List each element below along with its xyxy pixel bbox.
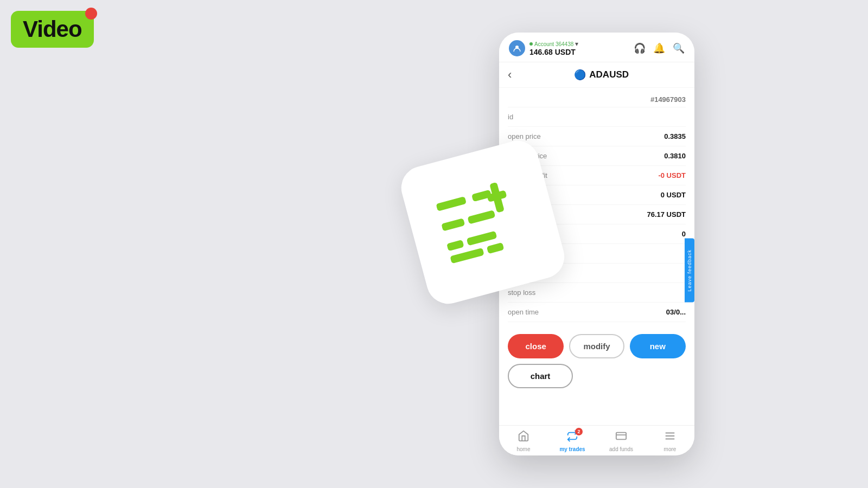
trade-id: #14967903 [508,92,686,107]
avatar [509,40,525,56]
app-header: Account 364438 ▾ 146.68 USDT 🎧 🔔 🔍 [499,33,694,62]
svg-rect-11 [616,433,626,440]
modify-button[interactable]: modify [569,334,624,358]
svg-rect-6 [446,240,464,251]
account-info: Account 364438 ▾ 146.68 USDT [529,40,578,56]
account-label: Account 364438 ▾ [529,40,578,48]
add-funds-icon [615,430,627,445]
headset-icon[interactable]: 🎧 [634,42,646,54]
table-row: open time 03/0... [508,303,686,322]
detail-header: ‹ 🔵 ADAUSD [499,62,694,88]
svg-rect-4 [441,218,465,231]
action-row-1: close modify new [508,334,686,358]
table-row: id [508,107,686,127]
trades-badge: 2 [575,428,583,435]
bottom-nav: home 2 my trades add funds more [499,425,694,455]
nav-label-home: home [516,446,530,452]
svg-rect-7 [467,231,497,246]
svg-rect-5 [467,210,495,224]
new-button[interactable]: new [630,334,686,358]
feedback-tab[interactable]: Leave feedback [685,239,694,303]
svg-rect-9 [487,242,505,254]
row-value-current-price: 0.3810 [664,152,686,160]
row-value-swaps: 0 USDT [661,191,686,199]
nav-item-home[interactable]: home [507,430,540,452]
notification-icon[interactable]: 🔔 [653,42,665,54]
chevron-down-icon[interactable]: ▾ [575,40,578,48]
nav-label-my-trades: my trades [559,446,585,452]
search-icon[interactable]: 🔍 [673,42,685,54]
action-row-2: chart [508,364,686,388]
back-button[interactable]: ‹ [508,68,512,82]
row-value-size: 0 [682,230,686,238]
close-button[interactable]: close [508,334,564,358]
row-label-stop-loss: stop loss [508,288,535,297]
row-value-open-price: 0.3835 [664,132,686,140]
row-label-open-price: open price [508,132,541,140]
table-row: stop loss [508,283,686,303]
my-trades-icon: 2 [566,430,578,445]
nav-item-add-funds[interactable]: add funds [605,430,637,452]
more-icon [664,430,676,445]
video-badge-text: Video [23,16,82,42]
action-buttons: close modify new chart [499,326,694,393]
chart-button[interactable]: chart [508,364,573,388]
pair-title: 🔵 ADAUSD [517,69,686,81]
nav-label-more: more [664,446,676,452]
row-value-current-profit: -0 USDT [658,171,686,179]
video-badge: Video [11,11,94,48]
table-row: open price 0.3835 [508,127,686,146]
header-right: 🎧 🔔 🔍 [634,42,685,54]
svg-rect-0 [436,196,467,211]
row-label-id: id [508,113,513,121]
account-balance: 146.68 USDT [529,48,578,56]
nav-label-add-funds: add funds [609,446,633,452]
video-badge-dot [85,8,97,20]
status-dot [529,42,533,46]
row-label-open-time: open time [508,308,539,316]
row-value-value: 76.17 USDT [647,210,686,219]
nav-item-my-trades[interactable]: 2 my trades [556,430,589,452]
svg-rect-8 [450,248,484,264]
home-icon [518,430,529,445]
row-value-open-time: 03/0... [666,308,686,316]
nav-item-more[interactable]: more [654,430,686,452]
brand-logo [433,172,533,272]
header-left: Account 364438 ▾ 146.68 USDT [509,40,578,56]
